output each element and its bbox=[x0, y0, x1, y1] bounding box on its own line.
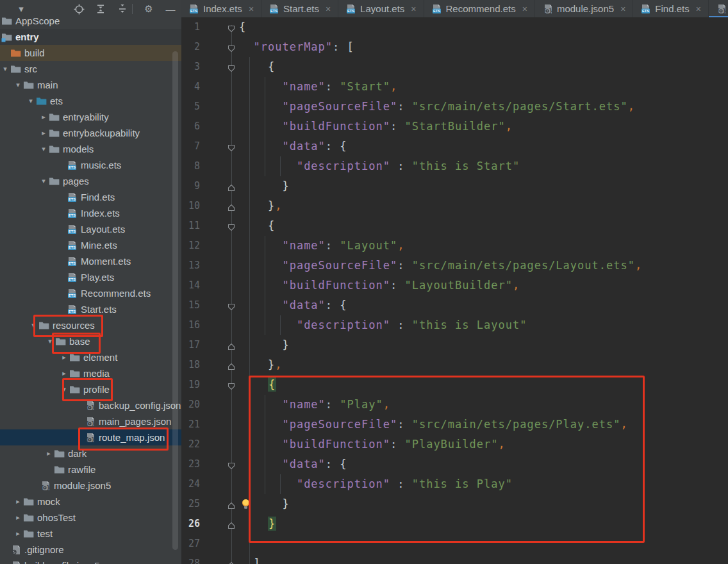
tree-item-models[interactable]: ▾models bbox=[0, 141, 181, 157]
fold-end-icon[interactable] bbox=[228, 520, 235, 527]
tree-item-rawfile[interactable]: rawfile bbox=[0, 461, 181, 477]
code-editor[interactable]: 1{2 "routerMap": [3 {4 "name": "Start",5… bbox=[181, 17, 728, 564]
fold-start-icon[interactable] bbox=[228, 222, 235, 229]
tree-item-route-map-json[interactable]: {}route_map.json bbox=[0, 429, 181, 445]
fold-start-icon[interactable] bbox=[228, 63, 235, 70]
code-line-17[interactable]: 17 } bbox=[181, 335, 728, 355]
fold-start-icon[interactable] bbox=[228, 23, 235, 31]
tree-item-dark[interactable]: ▸dark bbox=[0, 445, 181, 461]
close-tab-icon[interactable]: × bbox=[411, 4, 416, 13]
code-line-28[interactable]: 28 ] bbox=[181, 554, 728, 564]
code-line-19[interactable]: 19 { bbox=[181, 375, 728, 395]
code-line-25[interactable]: 25 } bbox=[181, 494, 728, 514]
chevron-right-icon[interactable]: ▸ bbox=[13, 494, 23, 510]
code-line-3[interactable]: 3 { bbox=[181, 57, 728, 77]
code-line-4[interactable]: 4 "name": "Start", bbox=[181, 77, 728, 97]
tree-item-element[interactable]: ▸element bbox=[0, 349, 181, 365]
tree-item-entry[interactable]: entry bbox=[0, 29, 181, 45]
fold-start-icon[interactable] bbox=[228, 43, 235, 51]
tree-item-start-ets[interactable]: ETSStart.ets bbox=[0, 301, 181, 317]
code-line-11[interactable]: 11 { bbox=[181, 216, 728, 236]
code-line-16[interactable]: 16 "description" : "this is Layout" bbox=[181, 315, 728, 335]
chevron-down-icon[interactable]: ▾ bbox=[26, 93, 36, 109]
tree-item-test[interactable]: ▸test bbox=[0, 526, 181, 542]
tree-item-media[interactable]: ▸media bbox=[0, 365, 181, 381]
fold-start-icon[interactable] bbox=[228, 142, 235, 150]
tree-item-main[interactable]: ▾main bbox=[0, 77, 181, 93]
chevron-right-icon[interactable]: ▸ bbox=[44, 445, 54, 461]
close-tab-icon[interactable]: × bbox=[249, 4, 254, 13]
close-tab-icon[interactable]: × bbox=[326, 4, 331, 13]
fold-start-icon[interactable] bbox=[228, 381, 235, 388]
chevron-right-icon[interactable]: ▸ bbox=[13, 510, 23, 526]
tab-recommend-ets[interactable]: ETSRecommend.ets× bbox=[424, 0, 535, 17]
chevron-down-icon[interactable]: ▾ bbox=[38, 141, 49, 157]
tree-item-appscope[interactable]: AppScope bbox=[0, 13, 181, 29]
tree-item-play-ets[interactable]: ETSPlay.ets bbox=[0, 269, 181, 285]
fold-end-icon[interactable] bbox=[228, 361, 235, 369]
tree-item-ohostest[interactable]: ▸ohosTest bbox=[0, 510, 181, 526]
tree-item-music-ets[interactable]: ETSmusic.ets bbox=[0, 157, 181, 173]
tree-item-build-profile-json5[interactable]: {}build-profile.json5 bbox=[0, 558, 181, 564]
tree-item-moment-ets[interactable]: ETSMoment.ets bbox=[0, 253, 181, 269]
chevron-down-icon[interactable]: ▾ bbox=[28, 317, 38, 333]
tree-item-resources[interactable]: ▾resources bbox=[0, 317, 181, 333]
chevron-down-icon[interactable]: ▾ bbox=[13, 77, 23, 93]
chevron-down-icon[interactable]: ▾ bbox=[38, 173, 49, 189]
code-line-13[interactable]: 13 "pageSourceFile": "src/main/ets/pages… bbox=[181, 256, 728, 276]
chevron-right-icon[interactable]: ▸ bbox=[13, 526, 23, 542]
tree-item-main-pages-json[interactable]: {}main_pages.json bbox=[0, 413, 181, 429]
code-line-10[interactable]: 10 }, bbox=[181, 196, 728, 216]
code-line-14[interactable]: 14 "buildFunction": "LayoutBuilder", bbox=[181, 276, 728, 295]
code-line-20[interactable]: 20 "name": "Play", bbox=[181, 395, 728, 415]
close-tab-icon[interactable]: × bbox=[696, 4, 701, 13]
code-line-9[interactable]: 9 } bbox=[181, 176, 728, 196]
chevron-right-icon[interactable]: ▸ bbox=[59, 365, 69, 381]
tree-item-module-json5[interactable]: {}module.json5 bbox=[0, 477, 181, 494]
code-line-7[interactable]: 7 "data": { bbox=[181, 137, 728, 156]
fold-end-icon[interactable] bbox=[228, 182, 235, 190]
code-line-6[interactable]: 6 "buildFunction": "StartBuilder", bbox=[181, 117, 728, 137]
code-line-8[interactable]: 8 "description" : "this is Start" bbox=[181, 156, 728, 176]
tree-item-pages[interactable]: ▾pages bbox=[0, 173, 181, 189]
code-line-12[interactable]: 12 "name": "Layout", bbox=[181, 236, 728, 256]
tree-item-ets[interactable]: ▾ets bbox=[0, 93, 181, 109]
code-line-1[interactable]: 1{ bbox=[181, 17, 728, 37]
tab-module-json5[interactable]: {}module.json5× bbox=[535, 0, 633, 17]
code-line-24[interactable]: 24 "description" : "this is Play" bbox=[181, 474, 728, 494]
tab-index-ets[interactable]: ETSIndex.ets× bbox=[181, 0, 261, 17]
chevron-down-icon[interactable]: ▾ bbox=[0, 61, 10, 77]
tree-item-backup-config-json[interactable]: {}backup_config.json bbox=[0, 397, 181, 413]
code-line-21[interactable]: 21 "pageSourceFile": "src/main/ets/pages… bbox=[181, 415, 728, 435]
tree-scrollbar-thumb[interactable] bbox=[172, 51, 178, 550]
tree-item-entrybackupability[interactable]: ▸entrybackupability bbox=[0, 125, 181, 141]
tree-item-mock[interactable]: ▸mock bbox=[0, 494, 181, 510]
chevron-right-icon[interactable]: ▸ bbox=[38, 109, 49, 125]
fold-end-icon[interactable] bbox=[228, 202, 235, 210]
code-line-23[interactable]: 23 "data": { bbox=[181, 454, 728, 474]
fold-start-icon[interactable] bbox=[228, 460, 235, 468]
chevron-down-icon[interactable]: ▾ bbox=[45, 333, 55, 349]
tab-start-ets[interactable]: ETSStart.ets× bbox=[261, 0, 338, 17]
close-tab-icon[interactable]: × bbox=[522, 4, 527, 13]
tree-item-layout-ets[interactable]: ETSLayout.ets bbox=[0, 221, 181, 237]
chevron-down-icon[interactable]: ▾ bbox=[59, 381, 69, 397]
tree-item-gitignore[interactable]: .gitignore bbox=[0, 542, 181, 558]
chevron-right-icon[interactable]: ▸ bbox=[59, 349, 69, 365]
tab-layout-ets[interactable]: ETSLayout.ets× bbox=[338, 0, 424, 17]
code-line-26[interactable]: 26 } bbox=[181, 514, 728, 534]
code-line-27[interactable]: 27 bbox=[181, 534, 728, 554]
tree-item-index-ets[interactable]: ETSIndex.ets bbox=[0, 205, 181, 221]
code-line-18[interactable]: 18 }, bbox=[181, 355, 728, 375]
code-line-15[interactable]: 15 "data": { bbox=[181, 295, 728, 315]
tree-item-src[interactable]: ▾src bbox=[0, 61, 181, 77]
fold-end-icon[interactable] bbox=[228, 560, 235, 564]
code-line-5[interactable]: 5 "pageSourceFile": "src/main/ets/pages/… bbox=[181, 97, 728, 117]
tree-item-build[interactable]: build bbox=[0, 45, 181, 61]
tree-item-find-ets[interactable]: ETSFind.ets bbox=[0, 189, 181, 205]
fold-end-icon[interactable] bbox=[228, 500, 235, 508]
close-tab-icon[interactable]: × bbox=[620, 4, 625, 13]
tree-item-mine-ets[interactable]: ETSMine.ets bbox=[0, 237, 181, 253]
tree-item-base[interactable]: ▾base bbox=[0, 333, 181, 349]
tab-route-map-json[interactable]: {}route_map.json× bbox=[709, 0, 728, 17]
